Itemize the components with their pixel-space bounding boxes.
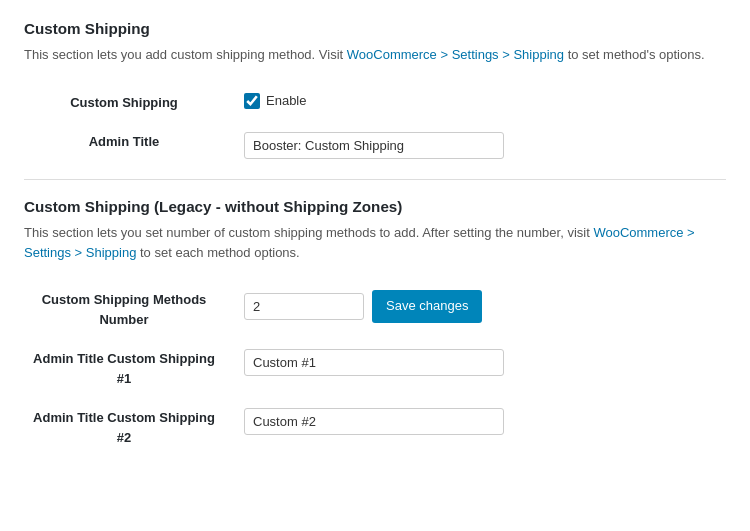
- methods-number-row: Custom Shipping Methods Number Save chan…: [24, 280, 726, 339]
- admin-title-1-input[interactable]: [244, 349, 504, 376]
- admin-title-2-cell: [244, 398, 726, 457]
- save-button[interactable]: Save changes: [372, 290, 482, 323]
- methods-number-input[interactable]: [244, 293, 364, 320]
- admin-title-2-row: Admin Title Custom Shipping #2: [24, 398, 726, 457]
- number-row: Save changes: [244, 290, 726, 323]
- section2-description: This section lets you set number of cust…: [24, 223, 726, 262]
- enable-label: Enable: [266, 93, 306, 108]
- custom-shipping-cell: Enable: [244, 83, 726, 123]
- page-wrapper: Custom Shipping This section lets you ad…: [0, 0, 750, 531]
- section1-table: Custom Shipping Enable Admin Title: [24, 83, 726, 170]
- section2-title: Custom Shipping (Legacy - without Shippi…: [24, 198, 726, 215]
- custom-shipping-row: Custom Shipping Enable: [24, 83, 726, 123]
- admin-title-1-row: Admin Title Custom Shipping #1: [24, 339, 726, 398]
- enable-row: Enable: [244, 93, 726, 109]
- section1-description: This section lets you add custom shippin…: [24, 45, 726, 65]
- admin-title-row: Admin Title: [24, 122, 726, 169]
- desc2-part1: This section lets you set number of cust…: [24, 225, 593, 240]
- admin-title-cell: [244, 122, 726, 169]
- admin-title-2-input[interactable]: [244, 408, 504, 435]
- desc1-end: to set method's options.: [564, 47, 705, 62]
- enable-checkbox[interactable]: [244, 93, 260, 109]
- section1-title: Custom Shipping: [24, 20, 726, 37]
- admin-title-2-label: Admin Title Custom Shipping #2: [24, 398, 244, 457]
- methods-number-label: Custom Shipping Methods Number: [24, 280, 244, 339]
- desc1-link[interactable]: WooCommerce > Settings > Shipping: [347, 47, 564, 62]
- admin-title-input[interactable]: [244, 132, 504, 159]
- admin-title-1-cell: [244, 339, 726, 398]
- section2-table: Custom Shipping Methods Number Save chan…: [24, 280, 726, 457]
- desc1-text: This section lets you add custom shippin…: [24, 47, 347, 62]
- admin-title-1-label: Admin Title Custom Shipping #1: [24, 339, 244, 398]
- custom-shipping-label: Custom Shipping: [24, 83, 244, 123]
- methods-number-cell: Save changes: [244, 280, 726, 339]
- section-divider: [24, 179, 726, 180]
- admin-title-label: Admin Title: [24, 122, 244, 169]
- desc2-part2: to set each method options.: [136, 245, 299, 260]
